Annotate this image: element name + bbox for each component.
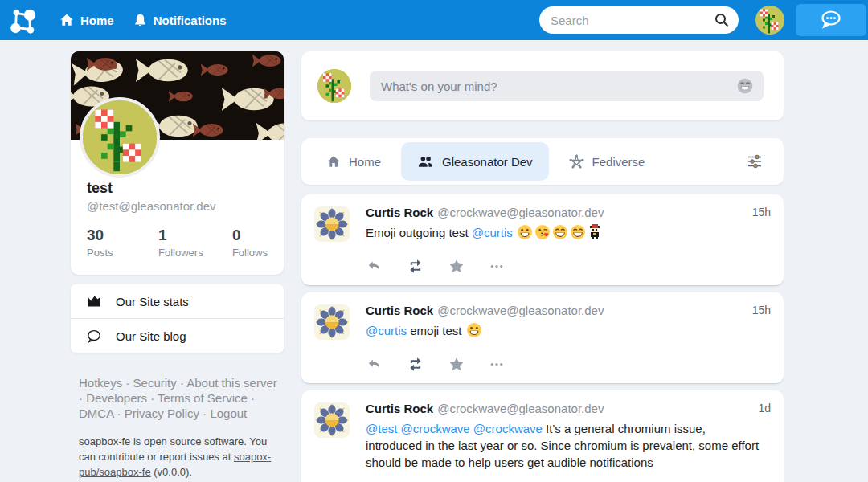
timeline-tabs: HomeGleasonator DevFediverse [301,138,784,185]
mention-link[interactable]: @crockwave [473,422,542,435]
tab-fediverse[interactable]: Fediverse [557,138,657,185]
beaming-emoji [552,224,568,244]
profile-stat-follows[interactable]: 0Follows [232,227,268,259]
compose-input[interactable]: What's on your mind? [370,71,764,101]
profile-handle: @test@gleasonator.dev [87,199,268,213]
group-icon [417,154,434,169]
sidebar-menu: Our Site statsOur Site blog [71,284,284,353]
tab-label: Fediverse [592,155,645,169]
post[interactable]: Curtis Rock@crockwave@gleasonator.dev15h… [301,292,784,384]
post-timestamp[interactable]: 15h [752,304,771,317]
app-root: Home Notifications [0,0,868,482]
tab-gleasonator-dev[interactable]: Gleasonator Dev [401,142,549,181]
home-icon [326,154,341,169]
nav-notifications[interactable]: Notifications [133,13,227,27]
area-chart-icon [86,293,102,309]
sidebar-item-our-site-stats[interactable]: Our Site stats [71,284,284,318]
menu-item-label: Our Site stats [116,295,189,308]
kissing-heart-emoji [534,224,551,244]
left-sidebar: test @test@gleasonator.dev 30Posts1Follo… [71,51,284,480]
profile-card: test @test@gleasonator.dev 30Posts1Follo… [71,51,284,275]
beaming-emoji [570,224,586,244]
footer-link-about-this-server[interactable]: About this server [186,376,277,390]
emoji-picker-button[interactable] [736,77,754,95]
post-header: Curtis Rock@crockwave@gleasonator.dev [366,206,771,220]
mention-link[interactable]: @test [366,422,397,435]
boost-button[interactable] [407,259,424,274]
footer-link-security[interactable]: Security [133,376,177,390]
footer-version-text: (v0.0.0). [151,466,192,478]
footer-link-privacy-policy[interactable]: Privacy Policy [125,406,199,420]
profile-avatar-large[interactable] [80,97,160,178]
menu-item-label: Our Site blog [116,329,186,343]
top-navbar: Home Notifications [0,0,868,40]
custom-pixel-emoji [588,224,602,244]
more-button[interactable] [489,259,505,274]
post[interactable]: Curtis Rock@crockwave@gleasonator.dev15h… [301,194,784,286]
profile-display-name[interactable]: test [87,180,268,197]
post-author-name[interactable]: Curtis Rock [366,206,433,219]
main-column: What's on your mind? HomeGleasonator Dev… [301,51,784,482]
gleasonator-logo-icon[interactable] [6,4,39,36]
nav-home[interactable]: Home [59,13,114,27]
footer-link-dmca[interactable]: DMCA [79,406,113,420]
compose-card: What's on your mind? [301,51,784,120]
post-author-name[interactable]: Curtis Rock [366,304,433,317]
home-icon [59,13,74,27]
speech-bubble-icon [86,329,102,344]
swirl-fish-avatar[interactable] [314,402,350,438]
post-actions [366,355,771,373]
post-content: @curtis emoji test [366,322,771,342]
swirl-fish-avatar[interactable] [314,304,350,340]
search-box [539,6,739,34]
bell-icon [133,13,147,27]
profile-stat-posts[interactable]: 30Posts [87,227,158,259]
post[interactable]: Curtis Rock@crockwave@gleasonator.dev1d@… [301,390,784,482]
post-author-name[interactable]: Curtis Rock [366,402,433,415]
search-icon[interactable] [714,12,730,31]
post-author-handle[interactable]: @crockwave@gleasonator.dev [437,304,604,317]
more-button[interactable] [489,357,505,372]
chat-button[interactable] [796,4,866,36]
stat-value: 1 [158,227,232,244]
nav-home-label: Home [80,14,114,27]
stat-value: 0 [232,227,268,244]
swirl-fish-avatar[interactable] [314,206,350,242]
post-timestamp[interactable]: 15h [752,206,771,219]
post-actions [366,257,771,275]
footer-links: Hotkeys · Security · About this server ·… [79,375,280,421]
mention-link[interactable]: @crockwave [401,422,470,435]
post-author-handle[interactable]: @crockwave@gleasonator.dev [437,206,604,219]
mention-link[interactable]: @curtis [472,226,513,239]
post-author-handle[interactable]: @crockwave@gleasonator.dev [437,402,604,415]
footer-link-terms-of-service[interactable]: Terms of Service [158,391,248,405]
footer-link-hotkeys[interactable]: Hotkeys [79,376,122,390]
post-header: Curtis Rock@crockwave@gleasonator.dev [366,402,771,416]
tab-home[interactable]: Home [314,138,393,185]
star-button[interactable] [448,259,465,274]
navbar-user-avatar[interactable] [755,6,784,35]
sidebar-item-our-site-blog[interactable]: Our Site blog [71,319,284,353]
composer-avatar[interactable] [317,69,351,103]
reply-button[interactable] [366,259,383,274]
fediverse-icon [569,154,584,170]
reply-button[interactable] [366,357,383,372]
mention-link[interactable]: @curtis [366,324,407,337]
stat-label: Followers [158,247,232,259]
sidebar-footer: Hotkeys · Security · About this server ·… [71,375,280,480]
grinning-emoji [517,224,533,244]
footer-link-logout[interactable]: Logout [210,406,247,420]
post-header: Curtis Rock@crockwave@gleasonator.dev [366,304,771,318]
footer-about: soapbox-fe is open source software. You … [79,434,276,480]
search-input[interactable] [539,6,739,34]
stat-label: Posts [87,247,158,259]
grinning-emoji [466,322,482,342]
tune-sliders-icon[interactable] [747,153,763,170]
profile-stat-followers[interactable]: 1Followers [158,227,232,259]
star-button[interactable] [448,357,465,372]
boost-button[interactable] [407,357,424,372]
tab-label: Gleasonator Dev [442,155,533,169]
footer-link-developers[interactable]: Developers [86,391,147,405]
nav-notifications-label: Notifications [154,14,227,27]
post-timestamp[interactable]: 1d [758,402,771,415]
